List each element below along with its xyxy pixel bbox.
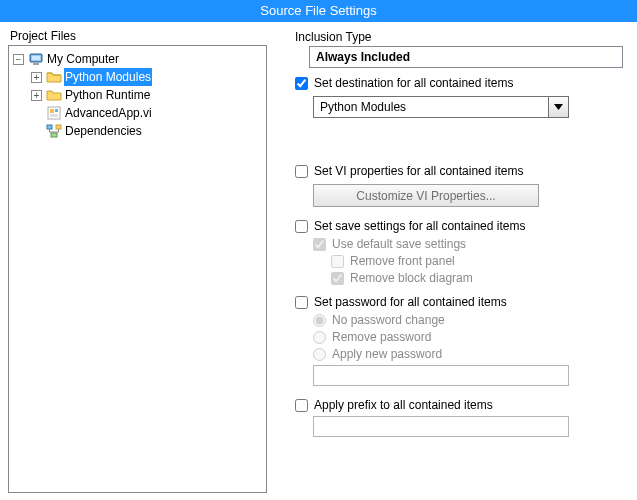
- svg-rect-4: [50, 109, 54, 113]
- apply-prefix-row[interactable]: Apply prefix to all contained items: [295, 398, 623, 412]
- tree-item-label: Python Modules: [64, 68, 152, 86]
- svg-rect-2: [33, 63, 39, 65]
- content-pane: Project Files − My Computer: [0, 22, 637, 500]
- remove-password-label: Remove password: [332, 330, 431, 344]
- remove-front-panel-checkbox: [331, 255, 344, 268]
- set-save-settings-row[interactable]: Set save settings for all contained item…: [295, 219, 623, 233]
- tree-item-label: Python Runtime: [64, 86, 151, 104]
- right-panel: Inclusion Type Always Included Set desti…: [275, 22, 637, 500]
- set-vi-properties-label: Set VI properties for all contained item…: [314, 164, 523, 178]
- collapse-icon[interactable]: −: [13, 54, 24, 65]
- expand-icon[interactable]: +: [31, 90, 42, 101]
- set-destination-label: Set destination for all contained items: [314, 76, 513, 90]
- window-title: Source File Settings: [0, 0, 637, 22]
- no-expand-spacer: [31, 108, 42, 119]
- remove-front-panel-label: Remove front panel: [350, 254, 455, 268]
- svg-rect-5: [55, 109, 58, 112]
- inclusion-type-label: Inclusion Type: [295, 30, 623, 44]
- no-password-change-radio: [313, 314, 326, 327]
- remove-password-radio: [313, 331, 326, 344]
- tree-item-label: Dependencies: [64, 122, 143, 140]
- inclusion-type-value-box: Always Included: [309, 46, 623, 68]
- expand-icon[interactable]: +: [31, 72, 42, 83]
- no-password-change-label: No password change: [332, 313, 445, 327]
- use-default-save-checkbox: [313, 238, 326, 251]
- svg-rect-9: [51, 133, 57, 137]
- destination-combobox[interactable]: Python Modules: [313, 96, 569, 118]
- tree-item-python-runtime[interactable]: + Python Runtime: [31, 86, 264, 104]
- use-default-save-row: Use default save settings: [313, 237, 623, 251]
- left-panel: Project Files − My Computer: [0, 22, 275, 500]
- svg-rect-1: [32, 56, 41, 61]
- customize-vi-properties-button: Customize VI Properties...: [313, 184, 539, 207]
- set-vi-properties-checkbox[interactable]: [295, 165, 308, 178]
- password-field: [313, 365, 569, 386]
- inclusion-type-value: Always Included: [316, 50, 410, 64]
- dependencies-icon: [46, 123, 62, 139]
- svg-rect-8: [56, 125, 61, 129]
- computer-icon: [28, 51, 44, 67]
- folder-icon: [46, 69, 62, 85]
- set-destination-checkbox[interactable]: [295, 77, 308, 90]
- svg-rect-6: [50, 114, 58, 117]
- remove-block-diagram-label: Remove block diagram: [350, 271, 473, 285]
- set-password-checkbox[interactable]: [295, 296, 308, 309]
- set-save-settings-checkbox[interactable]: [295, 220, 308, 233]
- combobox-dropdown-button[interactable]: [548, 97, 568, 117]
- apply-new-password-radio: [313, 348, 326, 361]
- vi-icon: [46, 105, 62, 121]
- tree-item-python-modules[interactable]: + Python Modules: [31, 68, 264, 86]
- apply-prefix-checkbox[interactable]: [295, 399, 308, 412]
- set-password-label: Set password for all contained items: [314, 295, 507, 309]
- project-files-label: Project Files: [10, 29, 267, 43]
- no-expand-spacer: [31, 126, 42, 137]
- no-password-change-row: No password change: [313, 313, 623, 327]
- password-group: No password change Remove password Apply…: [313, 313, 623, 361]
- set-password-row[interactable]: Set password for all contained items: [295, 295, 623, 309]
- save-settings-group: Use default save settings Remove front p…: [313, 237, 623, 285]
- apply-new-password-row: Apply new password: [313, 347, 623, 361]
- prefix-field: [313, 416, 569, 437]
- apply-new-password-label: Apply new password: [332, 347, 442, 361]
- remove-front-panel-row: Remove front panel: [331, 254, 623, 268]
- use-default-save-label: Use default save settings: [332, 237, 466, 251]
- set-vi-properties-row[interactable]: Set VI properties for all contained item…: [295, 164, 623, 178]
- apply-prefix-label: Apply prefix to all contained items: [314, 398, 493, 412]
- tree-root-label: My Computer: [46, 50, 120, 68]
- set-save-settings-label: Set save settings for all contained item…: [314, 219, 525, 233]
- tree-item-label: AdvancedApp.vi: [64, 104, 153, 122]
- destination-value: Python Modules: [314, 97, 548, 117]
- folder-icon: [46, 87, 62, 103]
- chevron-down-icon: [554, 104, 563, 110]
- project-tree[interactable]: − My Computer +: [8, 45, 267, 493]
- set-destination-row[interactable]: Set destination for all contained items: [295, 76, 623, 90]
- svg-rect-7: [47, 125, 52, 129]
- remove-password-row: Remove password: [313, 330, 623, 344]
- remove-block-diagram-row: Remove block diagram: [331, 271, 623, 285]
- tree-item-advancedapp-vi[interactable]: AdvancedApp.vi: [31, 104, 264, 122]
- remove-block-diagram-checkbox: [331, 272, 344, 285]
- tree-root-my-computer[interactable]: − My Computer: [13, 50, 264, 68]
- tree-item-dependencies[interactable]: Dependencies: [31, 122, 264, 140]
